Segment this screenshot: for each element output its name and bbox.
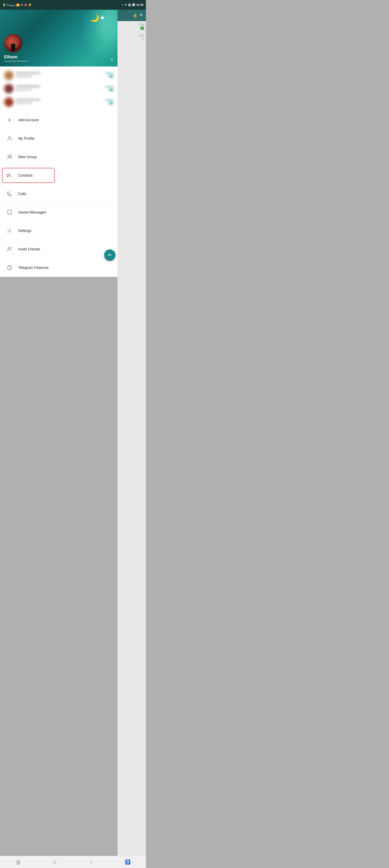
drawer: 🌙✦ Elham ∧ [0, 10, 118, 277]
svg-point-12 [9, 269, 10, 269]
chat-badge-1: 1 [140, 26, 144, 30]
blurred-right-1 [105, 72, 114, 78]
pencil-icon: ✏ [108, 252, 112, 258]
x-icon: ✕ [124, 3, 127, 6]
menu-item-calls[interactable]: Calls [0, 185, 118, 203]
blurred-avatar-1 [4, 70, 13, 80]
power-icon: ⏻ [128, 3, 131, 6]
back-icon: › [90, 860, 92, 865]
home-icon: □ [53, 860, 56, 865]
svg-point-2 [8, 136, 10, 138]
group-icon-svg [6, 154, 12, 160]
svg-point-3 [8, 155, 10, 157]
accessibility-button[interactable]: ♿ [109, 856, 146, 868]
mute-icon: 🔇 [24, 3, 27, 6]
gallery-icon: 🖼 [132, 3, 135, 6]
saved-messages-icon [5, 208, 14, 217]
invite-friends-icon [5, 245, 14, 254]
blurred-text-1 [16, 72, 103, 79]
blurred-msg-1 [16, 75, 32, 77]
menu-section: Add Account My Profile [0, 111, 118, 277]
add-account-icon [5, 115, 14, 125]
my-profile-label: My Profile [18, 136, 34, 141]
menu-item-my-profile[interactable]: My Profile [0, 129, 118, 148]
svg-point-5 [8, 174, 10, 176]
settings-label: Settings [18, 229, 31, 233]
svg-point-4 [10, 155, 12, 157]
compose-fab-button[interactable]: ✏ [104, 249, 116, 261]
svg-point-8 [8, 247, 10, 249]
blurred-time-1 [105, 72, 114, 74]
dot-icon: • [122, 3, 123, 6]
telegram-features-icon [5, 263, 14, 272]
contacts-icon-svg [6, 172, 12, 179]
chat-item-2: 11:47 ✔ [118, 32, 146, 42]
nav-bar: ||| □ › ♿ [0, 856, 146, 868]
plus-icon [6, 117, 12, 123]
add-account-label: Add Account [18, 118, 39, 122]
home-button[interactable]: □ [36, 856, 73, 868]
blurred-item-2 [0, 82, 118, 95]
settings-icon [5, 226, 14, 236]
menu-item-settings[interactable]: Settings [0, 222, 118, 240]
battery-percent: ۴۷درصد [6, 3, 15, 6]
signal-icon: 📶 [16, 3, 20, 6]
chat-item-1: 11:54 1 [118, 21, 146, 32]
collapse-button[interactable]: ∧ [110, 57, 114, 62]
blurred-contacts-area [0, 66, 118, 111]
menu-item-contacts[interactable]: Contacts [0, 166, 118, 185]
blurred-avatar-3 [4, 97, 13, 107]
svg-point-7 [9, 230, 10, 231]
calls-icon [5, 189, 14, 198]
blurred-text-2 [16, 85, 103, 92]
add-person-icon-svg [6, 246, 12, 252]
moon-icon: 🌙✦ [90, 14, 105, 22]
calls-icon-svg [6, 191, 12, 197]
accessibility-icon: ♿ [125, 860, 130, 865]
chat-header: 🔓 🔍 [118, 10, 146, 21]
saved-messages-label: Saved Messages [18, 210, 46, 215]
chat-background: 🔓 🔍 11:54 1 11:47 ✔ [118, 10, 146, 868]
calls-label: Calls [18, 192, 26, 196]
profile-icon-svg [6, 135, 12, 142]
back-button[interactable]: › [73, 856, 109, 868]
blurred-item-1 [0, 68, 118, 82]
blurred-time-2 [105, 86, 114, 88]
blurred-right-2 [105, 86, 114, 91]
bookmark-icon-svg [6, 209, 12, 215]
blurred-item-3 [0, 95, 118, 109]
blurred-name-1 [16, 72, 40, 74]
drawer-username: Elham [4, 54, 114, 60]
blurred-msg-2 [16, 89, 32, 91]
contacts-icon [5, 171, 14, 180]
battery-icon: 🔋 [2, 3, 6, 6]
blurred-name-2 [16, 85, 40, 87]
search-icon[interactable]: 🔍 [139, 13, 144, 18]
blurred-avatar-2 [4, 84, 13, 93]
menu-item-new-group[interactable]: New Group [0, 148, 118, 166]
menu-item-saved-messages[interactable]: Saved Messages [0, 203, 118, 222]
drawer-progress [4, 61, 28, 62]
new-group-label: New Group [18, 155, 37, 159]
blurred-badge-3 [108, 102, 114, 104]
avatar[interactable] [4, 34, 22, 52]
recent-apps-icon: ||| [17, 860, 20, 865]
status-bar-right: • ✕ ⏻ 🖼 11:59 [122, 3, 143, 6]
blurred-badge-1 [108, 75, 114, 78]
svg-rect-6 [7, 174, 8, 177]
chat-check-2: ✔ [142, 37, 144, 40]
blurred-name-3 [16, 99, 40, 101]
new-group-icon [5, 152, 14, 162]
menu-item-invite-friends[interactable]: Invite Friends [0, 240, 118, 258]
menu-item-telegram-features[interactable]: Telegram Features [0, 258, 118, 277]
clock: 11:59 [136, 3, 143, 6]
invite-friends-label: Invite Friends [18, 247, 40, 251]
lock-icon: 🔓 [133, 13, 137, 18]
blurred-time-3 [105, 99, 114, 101]
menu-item-add-account[interactable]: Add Account [0, 111, 118, 129]
recent-apps-button[interactable]: ||| [0, 856, 36, 868]
key-icon: 🔑 [28, 3, 31, 6]
telegram-features-label: Telegram Features [18, 266, 48, 270]
chat-time-1: 11:54 [138, 23, 144, 26]
blurred-badge-2 [108, 88, 114, 91]
